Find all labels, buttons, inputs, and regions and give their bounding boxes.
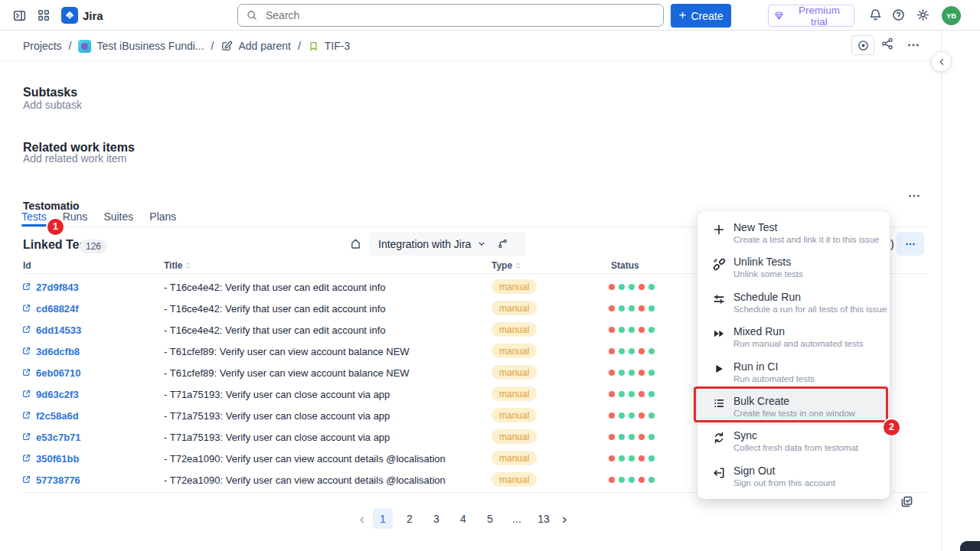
menu-item-unlink-tests[interactable]: Unlink Tests Unlink some tests xyxy=(697,251,890,285)
test-type-badge: manual xyxy=(492,408,537,422)
issue-more-actions-icon[interactable] xyxy=(906,38,920,52)
bookmark-icon xyxy=(308,41,319,52)
status-dot-red xyxy=(639,455,645,461)
status-dot-green xyxy=(629,412,635,419)
add-related-work-item-button[interactable]: Add related work item xyxy=(23,152,126,165)
pagination-page-1[interactable]: 1 xyxy=(373,508,393,529)
pagination-ellipsis[interactable]: ... xyxy=(507,508,527,529)
breadcrumb-separator: / xyxy=(69,40,72,52)
sidebar-toggle-icon[interactable] xyxy=(12,8,27,23)
test-id-link[interactable]: f2c58a6d xyxy=(36,410,79,422)
test-title: - T61cfef89: Verify user can view accoun… xyxy=(164,346,410,357)
column-header-id[interactable]: Id xyxy=(23,260,31,271)
premium-trial-button[interactable]: Premium trial xyxy=(768,5,854,27)
create-button[interactable]: + Create xyxy=(671,4,731,28)
occluded-control-fragment: ) xyxy=(890,238,894,250)
column-header-type[interactable]: Type xyxy=(492,260,521,271)
status-dot-red xyxy=(609,327,615,333)
help-icon[interactable] xyxy=(891,8,906,22)
notifications-bell-icon[interactable] xyxy=(868,8,883,22)
add-parent-button[interactable]: Add parent xyxy=(220,40,291,52)
menu-item-sign-out[interactable]: Sign Out Sign out from this account xyxy=(697,460,890,494)
menu-item-run-in-ci[interactable]: Run in CI Run automated tests xyxy=(697,356,890,390)
status-dot-green xyxy=(619,327,625,333)
search-input[interactable] xyxy=(264,8,655,22)
test-type-badge: manual xyxy=(492,365,537,380)
multi-select-icon[interactable] xyxy=(900,494,914,509)
column-header-title[interactable]: Title xyxy=(164,260,191,271)
test-id-link[interactable]: 57738776 xyxy=(36,474,80,486)
menu-item-new-test[interactable]: New Test Create a test and link it it to… xyxy=(697,217,890,251)
external-link-icon[interactable] xyxy=(21,410,31,420)
menu-item-title: Bulk Create xyxy=(733,394,855,408)
project-selector-dropdown[interactable]: Integration with Jira xyxy=(369,232,526,256)
test-title: - T16ce4e42: Verify that user can edit a… xyxy=(164,282,386,293)
external-link-icon[interactable] xyxy=(21,474,31,484)
external-link-icon[interactable] xyxy=(21,282,31,292)
tab-tests[interactable]: Tests xyxy=(21,210,47,223)
test-id-link[interactable]: 3d6dcfb8 xyxy=(36,346,80,357)
app-title: Jira xyxy=(83,9,103,22)
test-id-link[interactable]: 350f61bb xyxy=(36,453,79,465)
status-dot-red xyxy=(639,284,645,290)
menu-item-sync[interactable]: Sync Collect fresh data from testomat xyxy=(697,425,890,459)
external-link-icon[interactable] xyxy=(21,324,31,334)
external-link-icon[interactable] xyxy=(21,453,31,463)
settings-gear-icon[interactable] xyxy=(916,8,930,22)
test-status-dots xyxy=(609,477,655,483)
edit-pencil-icon xyxy=(220,40,233,52)
external-link-icon[interactable] xyxy=(21,432,31,442)
test-id-link[interactable]: cd68824f xyxy=(36,303,79,315)
jira-logo-icon[interactable] xyxy=(61,7,78,24)
pagination-page-4[interactable]: 4 xyxy=(453,508,473,529)
status-dot-red xyxy=(639,477,645,483)
testomatio-more-icon[interactable] xyxy=(907,189,921,203)
test-id-link[interactable]: e53c7b71 xyxy=(36,432,81,443)
pagination-prev-icon[interactable]: ‹ xyxy=(358,508,366,529)
pagination-page-13[interactable]: 13 xyxy=(534,508,554,529)
status-dot-red xyxy=(609,391,615,397)
menu-item-schedule-run[interactable]: Schedule Run Schedule a run for all test… xyxy=(697,286,890,321)
collapse-panel-button[interactable] xyxy=(931,51,952,72)
breadcrumb-project-link[interactable]: Test iBusiness Fundi... xyxy=(78,40,204,53)
watch-eye-icon[interactable] xyxy=(851,35,874,55)
menu-item-bulk-create[interactable]: Bulk Create Create few tests in one wind… xyxy=(697,390,890,425)
pagination-page-2[interactable]: 2 xyxy=(400,508,420,529)
app-switcher-icon[interactable] xyxy=(37,8,51,22)
external-link-icon[interactable] xyxy=(21,346,31,356)
test-id-link[interactable]: 6eb06710 xyxy=(36,367,81,379)
pagination-pages: 12345...13 xyxy=(373,508,554,529)
tab-plans[interactable]: Plans xyxy=(149,210,176,223)
test-id-link[interactable]: 27d9f843 xyxy=(36,282,79,293)
breadcrumb-projects-link[interactable]: Projects xyxy=(23,40,62,52)
test-status-dots xyxy=(609,284,655,290)
issue-key-link[interactable]: TIF-3 xyxy=(308,40,350,52)
user-avatar[interactable]: YB xyxy=(942,6,961,25)
add-subtask-button[interactable]: Add subtask xyxy=(23,99,82,111)
external-link-icon[interactable] xyxy=(21,303,31,313)
pagination-page-5[interactable]: 5 xyxy=(480,508,500,529)
branch-icon[interactable] xyxy=(497,238,508,249)
test-id-link[interactable]: 9d63c2f3 xyxy=(36,389,79,400)
status-dot-red xyxy=(609,412,615,419)
linked-tests-more-button[interactable] xyxy=(897,232,924,256)
external-link-icon[interactable] xyxy=(21,389,31,399)
status-dot-green xyxy=(648,455,655,461)
status-dot-green xyxy=(629,477,635,483)
tab-runs[interactable]: Runs xyxy=(63,210,88,223)
testomatio-actions-menu: New Test Create a test and link it it to… xyxy=(697,211,890,499)
menu-item-mixed-run[interactable]: Mixed Run Run manual and automated tests xyxy=(697,321,890,355)
test-id-link[interactable]: 6dd14533 xyxy=(36,324,81,336)
status-dot-green xyxy=(648,412,655,419)
pagination-next-icon[interactable]: › xyxy=(560,508,568,529)
share-icon[interactable] xyxy=(880,37,894,51)
status-dot-green xyxy=(629,434,635,440)
pagination-page-3[interactable]: 3 xyxy=(426,508,446,529)
menu-item-title: Unlink Tests xyxy=(733,255,803,269)
external-link-icon[interactable] xyxy=(21,367,31,377)
tab-suites[interactable]: Suites xyxy=(103,210,133,223)
home-icon[interactable] xyxy=(349,237,362,250)
test-type-badge: manual xyxy=(492,279,537,294)
status-dot-green xyxy=(619,305,625,311)
status-dot-green xyxy=(648,284,655,290)
